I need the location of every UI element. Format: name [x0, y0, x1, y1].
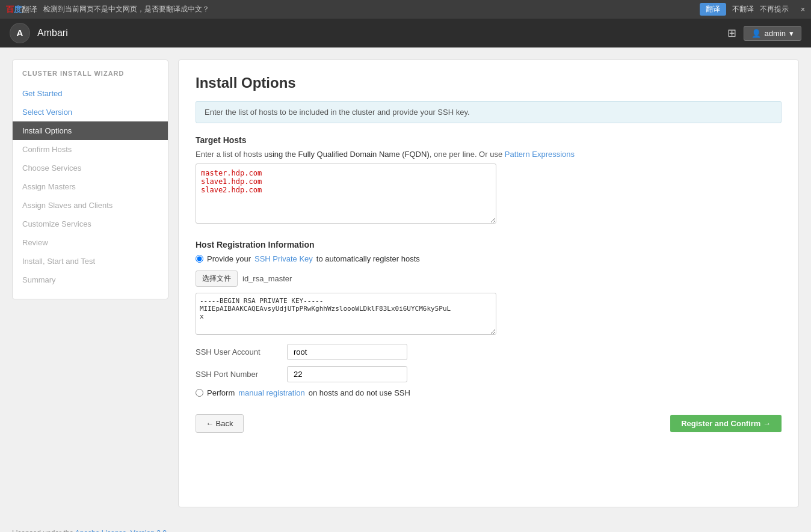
sidebar-title: CLUSTER INSTALL WIZARD [13, 70, 168, 84]
sidebar-item-summary: Summary [13, 271, 168, 289]
footer-line1: Licensed under the Apache License, Versi… [12, 529, 799, 532]
ssh-port-row: SSH Port Number [196, 366, 782, 382]
browser-bar: 百度翻译 检测到当前网页不是中文网页，是否要翻译成中文？ 翻译 不翻译 不再提示… [0, 0, 811, 19]
manual-reg-radio[interactable] [196, 389, 203, 397]
page-footer: Licensed under the Apache License, Versi… [0, 519, 811, 532]
hosts-textarea[interactable]: master.hdp.com slave1.hdp.com slave2.hdp… [196, 164, 496, 224]
user-icon: 👤 [751, 29, 761, 38]
manual-registration-link[interactable]: manual registration [238, 388, 305, 397]
register-confirm-button[interactable]: Register and Confirm → [670, 415, 782, 432]
sidebar-item-customize-services: Customize Services [13, 215, 168, 233]
svg-text:A: A [17, 28, 23, 38]
host-registration-section: Host Registration Information Provide yo… [196, 240, 782, 397]
back-button[interactable]: ← Back [196, 414, 244, 433]
file-chooser-row: 选择文件 id_rsa_master [196, 271, 782, 287]
provide-label-end: to automatically register hosts [316, 254, 420, 263]
page-title: Install Options [196, 75, 782, 91]
target-hosts-desc: Enter a list of hosts using the Fully Qu… [196, 150, 782, 159]
ssh-user-row: SSH User Account [196, 344, 782, 360]
sidebar-item-assign-masters: Assign Masters [13, 177, 168, 196]
main-container: CLUSTER INSTALL WIZARD Get Started Selec… [0, 47, 811, 519]
sidebar-item-assign-slaves: Assign Slaves and Clients [13, 196, 168, 215]
no-remind-button[interactable]: 不再提示 [760, 4, 789, 14]
ssh-port-label: SSH Port Number [196, 370, 280, 379]
provide-ssh-radio[interactable] [196, 255, 203, 263]
choose-file-button[interactable]: 选择文件 [196, 271, 238, 287]
no-translate-button[interactable]: 不翻译 [732, 4, 754, 14]
ssh-key-textarea[interactable]: -----BEGIN RSA PRIVATE KEY----- MIIEpAIB… [196, 293, 496, 335]
file-name-label: id_rsa_master [242, 274, 292, 283]
ssh-user-input[interactable] [287, 344, 407, 360]
translate-button[interactable]: 翻译 [700, 3, 726, 16]
host-registration-title: Host Registration Information [196, 240, 782, 249]
grid-icon[interactable]: ⊞ [727, 26, 736, 40]
browser-bar-close[interactable]: × [801, 5, 805, 14]
manual-label-start: Perform [207, 388, 235, 397]
desc-middle: , one per line. Or use [430, 150, 505, 159]
ssh-port-input[interactable] [287, 366, 407, 382]
sidebar-item-review: Review [13, 233, 168, 252]
app-name: Ambari [37, 28, 68, 38]
sidebar-item-install-options[interactable]: Install Options [13, 121, 168, 140]
topnav-left: A Ambari [10, 23, 68, 43]
fqdn-text: using the Fully Qualified Domain Name (F… [264, 150, 430, 159]
baidu-logo: 百度翻译 [6, 4, 37, 15]
admin-label: admin [765, 29, 786, 38]
footer-buttons: ← Back Register and Confirm → [196, 414, 782, 433]
manual-label-end: on hosts and do not use SSH [309, 388, 410, 397]
dropdown-arrow-icon: ▾ [789, 29, 794, 38]
ssh-user-label: SSH User Account [196, 347, 280, 356]
desc-start: Enter a list of hosts [196, 150, 264, 159]
provide-ssh-key-row: Provide your SSH Private Key to automati… [196, 254, 782, 263]
sidebar-item-install-start-test: Install, Start and Test [13, 252, 168, 271]
translate-message: 检测到当前网页不是中文网页，是否要翻译成中文？ [43, 4, 694, 14]
provide-label-start: Provide your [207, 254, 251, 263]
topnav-right: ⊞ 👤 admin ▾ [727, 26, 801, 41]
pattern-expressions-link[interactable]: Pattern Expressions [505, 150, 575, 159]
info-box: Enter the list of hosts to be included i… [196, 101, 782, 123]
sidebar-item-select-version[interactable]: Select Version [13, 103, 168, 121]
sidebar-item-confirm-hosts: Confirm Hosts [13, 140, 168, 159]
target-hosts-title: Target Hosts [196, 135, 782, 145]
admin-button[interactable]: 👤 admin ▾ [744, 26, 801, 41]
ssh-private-key-link[interactable]: SSH Private Key [254, 254, 313, 263]
manual-registration-row: Perform manual registration on hosts and… [196, 388, 782, 397]
app-logo: A [10, 23, 30, 43]
apache-license-link[interactable]: Apache License, Version 2.0. [75, 529, 168, 532]
sidebar-item-get-started[interactable]: Get Started [13, 84, 168, 103]
sidebar-item-choose-services: Choose Services [13, 159, 168, 177]
topnav: A Ambari ⊞ 👤 admin ▾ [0, 19, 811, 47]
sidebar: CLUSTER INSTALL WIZARD Get Started Selec… [12, 60, 168, 299]
content-panel: Install Options Enter the list of hosts … [178, 60, 799, 507]
